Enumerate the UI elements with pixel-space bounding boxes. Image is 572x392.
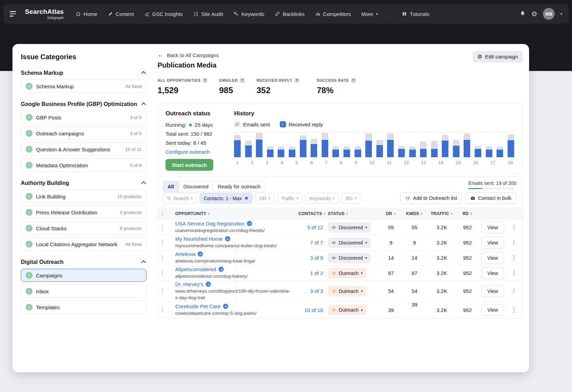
col-opportunity[interactable]: OPPORTUNITY▲▼ xyxy=(175,211,292,216)
sidebar-item-outreach-campaigns[interactable]: ✓ Outreach campaigns 3 of 5 xyxy=(21,127,146,140)
kebab-menu-icon[interactable]: ⋮ xyxy=(507,254,520,261)
nav-item-competitors[interactable]: Competitors xyxy=(315,11,351,17)
gear-icon[interactable]: ⚙ xyxy=(531,10,537,17)
edit-campaign-button[interactable]: ⚙ Edit campaign xyxy=(473,51,523,62)
sidebar-item-local-citations-aggregator-network[interactable]: ✓ Local Citations Aggregator Network All… xyxy=(21,238,146,251)
col-dr[interactable]: DR▲▼ xyxy=(380,211,402,216)
contacts-link[interactable]: 1 of 2 xyxy=(292,270,328,276)
sort-icon[interactable]: ▲▼ xyxy=(323,212,326,215)
col-status[interactable]: STATUS▲▼ xyxy=(328,211,380,216)
opportunity-link[interactable]: Artelexia ➔ xyxy=(175,251,292,257)
row-checkbox[interactable] xyxy=(162,307,175,313)
sort-icon[interactable]: ▲▼ xyxy=(346,212,348,215)
configure-outreach-link[interactable]: Configure outreach xyxy=(166,149,245,155)
opportunity-link[interactable]: My Nourished Home ➔ xyxy=(175,236,292,242)
sidebar-item-press-release-distribution[interactable]: ✓ Press Release Distribution 3 products xyxy=(21,206,146,219)
sort-icon[interactable]: ▲▼ xyxy=(470,212,473,215)
section-header-authority-building[interactable]: Authority Building xyxy=(21,180,146,186)
nav-item-gsc-insights[interactable]: GSC Insights xyxy=(144,11,183,17)
view-button[interactable]: View xyxy=(481,304,504,316)
contacts-link[interactable]: 3 of 3 xyxy=(292,288,328,294)
col-contacts[interactable]: CONTACTS▲▼ xyxy=(292,211,328,216)
opportunity-link[interactable]: Dr. Harvey's ➔ xyxy=(175,281,292,287)
tab-all[interactable]: All xyxy=(163,181,179,192)
row-checkbox[interactable] xyxy=(162,240,175,246)
nav-item-more[interactable]: More▾ xyxy=(361,11,378,17)
sort-icon[interactable]: ▲▼ xyxy=(208,212,210,215)
kebab-menu-icon[interactable]: ⋮ xyxy=(507,269,520,277)
contacts-link[interactable]: 7 of 7 xyxy=(292,240,328,246)
help-icon[interactable]: ? xyxy=(351,78,356,83)
row-checkbox[interactable] xyxy=(162,255,175,261)
external-link-icon[interactable]: ➔ xyxy=(225,236,230,241)
col-kwds[interactable]: KWDS▲▼ xyxy=(402,211,427,216)
section-header-google-business-profile-gbp-optimization[interactable]: Google Business Profile (GBP) Optimizati… xyxy=(21,101,146,107)
back-link[interactable]: ← Back to All Campaigns xyxy=(158,52,219,59)
nav-item-backlinks[interactable]: Backlinks xyxy=(275,11,304,17)
opportunity-link[interactable]: Allpetsconsidered ➔ xyxy=(175,266,292,272)
nav-item-site-audit[interactable]: Site Audit xyxy=(193,11,223,17)
legend-received-reply[interactable]: ✓ Received reply xyxy=(280,121,323,127)
kebab-menu-icon[interactable]: ⋮ xyxy=(507,306,520,314)
tab-discovered[interactable]: Discovered xyxy=(179,181,213,192)
opportunity-link[interactable]: Creekside Pet Care ➔ xyxy=(175,303,292,309)
nav-item-keywords[interactable]: Keywords xyxy=(233,11,264,17)
select-all-checkbox[interactable] xyxy=(162,211,175,216)
contact-in-bulk-button[interactable]: Contact in bulk xyxy=(465,192,516,204)
sort-icon[interactable]: ▲▼ xyxy=(421,212,423,215)
section-header-digital-outreach[interactable]: Digital Outreach xyxy=(21,259,146,265)
external-link-icon[interactable]: ➔ xyxy=(223,304,228,309)
filter-chip-keywords[interactable]: Keywords▾ xyxy=(305,193,339,204)
sidebar-item-templates[interactable]: ✓ Templates xyxy=(21,301,146,314)
row-checkbox[interactable] xyxy=(162,270,175,276)
kebab-menu-icon[interactable]: ⋮ xyxy=(507,224,520,231)
checkbox-checked[interactable]: ✓ xyxy=(234,121,240,127)
checkbox-checked[interactable]: ✓ xyxy=(280,121,286,127)
filter-chip-dr[interactable]: DR▾ xyxy=(255,193,274,204)
sidebar-item-question-answer-suggestions[interactable]: ✓ Question & Answer Suggestions 10 of 11 xyxy=(21,143,146,156)
sidebar-item-link-building[interactable]: ✓ Link Building 15 products xyxy=(21,190,146,203)
view-button[interactable]: View xyxy=(481,267,504,279)
status-dropdown[interactable]: Discovered▾ xyxy=(328,253,370,263)
external-link-icon[interactable]: ➔ xyxy=(247,221,252,226)
col-traffic[interactable]: TRAFFIC▲▼ xyxy=(427,211,457,216)
status-dropdown[interactable]: Outreach▾ xyxy=(328,286,366,296)
status-dropdown[interactable]: Discovered▾ xyxy=(328,222,370,233)
opportunity-link[interactable]: USA Service Dog Registration ➔ xyxy=(175,221,292,226)
filter-chip-traffic[interactable]: Traffic▾ xyxy=(277,193,302,204)
nav-item-home[interactable]: Home xyxy=(75,11,97,17)
sort-icon[interactable]: ▲▼ xyxy=(450,212,453,215)
external-link-icon[interactable]: ➔ xyxy=(198,251,203,257)
row-checkbox[interactable] xyxy=(162,224,175,231)
filter-chip-rd[interactable]: RD▾ xyxy=(341,193,360,204)
avatar[interactable]: MB xyxy=(543,8,555,20)
nav-item-content[interactable]: Content xyxy=(108,11,134,17)
kebab-menu-icon[interactable]: ⋮ xyxy=(507,239,520,246)
help-icon[interactable]: ? xyxy=(203,78,207,83)
sidebar-item-campaigns[interactable]: ✓ Campaigns xyxy=(21,269,146,282)
close-icon[interactable]: ✕ xyxy=(244,196,248,201)
add-to-outreach-list-button[interactable]: Add to Outreach list xyxy=(400,192,462,204)
status-dropdown[interactable]: Outreach▾ xyxy=(328,305,366,315)
view-button[interactable]: View xyxy=(481,237,504,249)
contacts-link[interactable]: 3 of 9 xyxy=(292,255,328,261)
nav-item-tutorials[interactable]: Tutorials xyxy=(402,11,429,17)
contacts-link[interactable]: 5 of 12 xyxy=(292,224,328,230)
help-icon[interactable]: ? xyxy=(240,78,245,83)
legend-emails-sent[interactable]: ✓ Emails sent xyxy=(234,121,270,127)
external-link-icon[interactable]: ➔ xyxy=(206,282,211,287)
status-dropdown[interactable]: Discovered▾ xyxy=(328,238,370,248)
help-icon[interactable]: ? xyxy=(294,78,299,83)
sidebar-item-schema-markup[interactable]: ✓ Schema Markup All fixed xyxy=(21,80,146,93)
sort-icon[interactable]: ▲▼ xyxy=(394,212,396,215)
status-dropdown[interactable]: Outreach▾ xyxy=(328,268,366,278)
bell-icon[interactable] xyxy=(520,10,526,17)
start-outreach-button[interactable]: Start outreach xyxy=(166,159,213,171)
filter-chip-contacts-1-max[interactable]: Contacts: 1 - Max✕ xyxy=(199,193,252,204)
kebab-menu-icon[interactable]: ⋮ xyxy=(507,287,520,295)
sidebar-item-metadata-optimization[interactable]: ✓ Metadata Optimization 0 of 8 xyxy=(21,159,146,172)
sidebar-item-gbp-posts[interactable]: ✓ GBP Posts 3 of 5 xyxy=(21,111,146,124)
view-button[interactable]: View xyxy=(481,252,504,264)
view-button[interactable]: View xyxy=(481,222,504,233)
col-rd[interactable]: RD▲▼ xyxy=(457,211,478,216)
